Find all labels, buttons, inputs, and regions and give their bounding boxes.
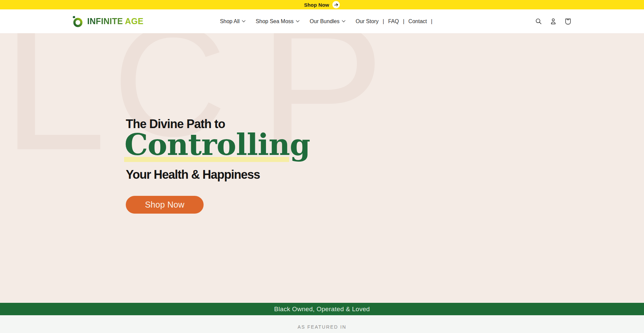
nav-our-bundles[interactable]: Our Bundles: [310, 18, 345, 24]
header-icons: [534, 17, 572, 25]
nav-links-group: Our Story | FAQ | Contact |: [356, 18, 432, 25]
nav-our-story[interactable]: Our Story: [356, 18, 378, 24]
chevron-down-icon: [342, 20, 345, 22]
infinite-age-logo-icon: [71, 15, 84, 27]
cart-button[interactable]: [564, 17, 572, 25]
logo[interactable]: INFINITEAGE: [71, 15, 144, 27]
featured-in-label: AS FEATURED IN: [298, 324, 346, 330]
watermark-letter-l: L: [2, 33, 106, 178]
cart-bag-icon: [564, 17, 572, 25]
chevron-down-icon: [296, 20, 300, 22]
account-icon: [549, 17, 557, 25]
nav-separator: |: [403, 18, 404, 25]
arrow-right-icon: [334, 2, 339, 7]
announcement-arrow-button[interactable]: [332, 1, 340, 8]
banner-text: Black Owned, Operated & Loved: [274, 306, 370, 313]
logo-text: INFINITEAGE: [87, 16, 144, 26]
main-nav: Shop All Shop Sea Moss Our Bundles Our S…: [220, 18, 433, 25]
announcement-bar: Shop Now: [0, 0, 644, 9]
chevron-down-icon: [242, 20, 246, 22]
hero-subline: Your Health & Happiness: [126, 168, 260, 182]
search-button[interactable]: [534, 17, 543, 25]
nav-separator: |: [383, 18, 384, 25]
hero-section: L C P The Divine Path to Controlling You…: [0, 33, 644, 303]
featured-in-section: AS FEATURED IN: [0, 315, 644, 333]
nav-shop-all[interactable]: Shop All: [220, 18, 246, 24]
black-owned-banner: Black Owned, Operated & Loved: [0, 303, 644, 315]
nav-faq[interactable]: FAQ: [388, 18, 399, 24]
nav-shop-sea-moss[interactable]: Shop Sea Moss: [256, 18, 300, 24]
hero-shop-now-button[interactable]: Shop Now: [126, 196, 204, 214]
nav-contact[interactable]: Contact: [409, 18, 427, 24]
search-icon: [535, 17, 542, 25]
hero-headline: Controlling: [124, 127, 310, 163]
site-header: INFINITEAGE Shop All Shop Sea Moss Our B…: [0, 9, 644, 33]
announcement-shop-now-link[interactable]: Shop Now: [304, 2, 329, 8]
nav-separator: |: [431, 18, 432, 25]
account-button[interactable]: [549, 17, 557, 25]
